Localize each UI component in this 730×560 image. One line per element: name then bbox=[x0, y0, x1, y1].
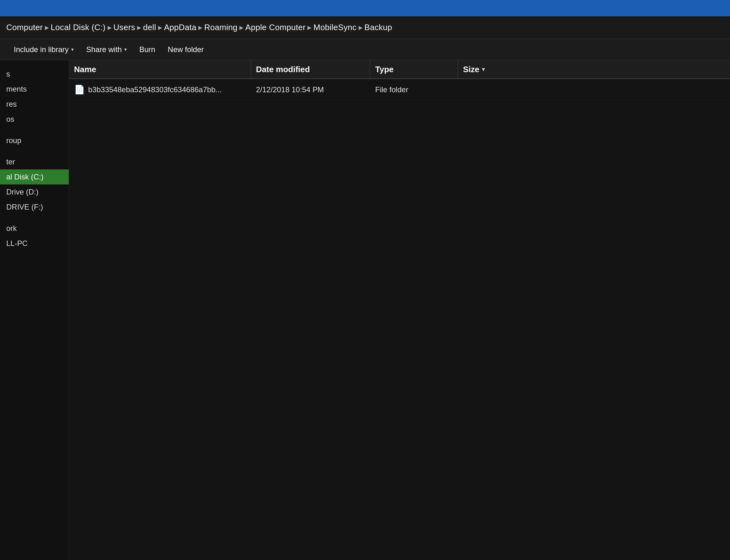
folder-icon: 📄 bbox=[74, 84, 85, 95]
file-name-cell: 📄 b3b33548eba52948303fc634686a7bb... bbox=[69, 84, 251, 95]
burn-label: Burn bbox=[139, 45, 155, 54]
address-segment-5[interactable]: Roaming bbox=[204, 23, 237, 32]
sidebar-item-local-disk-c[interactable]: al Disk (C:) bbox=[0, 169, 69, 184]
address-segment-6[interactable]: Apple Computer bbox=[245, 23, 306, 32]
column-size-header[interactable]: Size ▾ bbox=[458, 60, 730, 78]
address-segment-3[interactable]: dell bbox=[143, 23, 156, 32]
sidebar-item-s[interactable]: s bbox=[0, 67, 69, 82]
address-bar: Computer ▸ Local Disk (C:) ▸ Users ▸ del… bbox=[0, 16, 730, 39]
burn-button[interactable]: Burn bbox=[133, 43, 162, 56]
file-type-cell: File folder bbox=[370, 85, 458, 94]
share-with-button[interactable]: Share with ▾ bbox=[80, 43, 133, 56]
column-name-header[interactable]: Name bbox=[69, 60, 251, 78]
address-segment-4[interactable]: AppData bbox=[164, 23, 196, 32]
address-segment-7[interactable]: MobileSync bbox=[313, 23, 356, 32]
share-with-label: Share with bbox=[86, 45, 122, 54]
include-in-library-arrow: ▾ bbox=[71, 46, 74, 52]
new-folder-label: New folder bbox=[168, 45, 204, 54]
file-date-cell: 2/12/2018 10:54 PM bbox=[251, 85, 370, 94]
sort-arrow-icon: ▾ bbox=[482, 66, 485, 73]
column-headers: Name Date modified Type Size ▾ bbox=[69, 60, 730, 79]
toolbar: Include in library ▾ Share with ▾ Burn N… bbox=[0, 39, 730, 60]
address-segment-0[interactable]: Computer bbox=[6, 23, 43, 32]
sidebar-item-os[interactable]: os bbox=[0, 112, 69, 127]
column-type-header[interactable]: Type bbox=[370, 60, 458, 78]
sidebar-item-ll-pc[interactable]: LL-PC bbox=[0, 236, 69, 251]
sidebar-item-drive-f[interactable]: DRIVE (F:) bbox=[0, 200, 69, 215]
table-row[interactable]: 📄 b3b33548eba52948303fc634686a7bb... 2/1… bbox=[69, 79, 730, 100]
sidebar-item-ter[interactable]: ter bbox=[0, 154, 69, 169]
sidebar-item-drive-d[interactable]: Drive (D:) bbox=[0, 184, 69, 200]
sidebar-item-roup[interactable]: roup bbox=[0, 133, 69, 148]
share-with-arrow: ▾ bbox=[124, 46, 127, 52]
column-date-header[interactable]: Date modified bbox=[251, 60, 370, 78]
address-segment-2[interactable]: Users bbox=[114, 23, 135, 32]
address-segment-8[interactable]: Backup bbox=[365, 23, 392, 32]
sidebar-item-res[interactable]: res bbox=[0, 97, 69, 112]
title-bar bbox=[0, 0, 730, 16]
file-area: Name Date modified Type Size ▾ 📄 b3b3354… bbox=[69, 60, 730, 560]
sidebar: s ments res os roup ter al Disk (C:) Dri… bbox=[0, 60, 69, 560]
main-area: s ments res os roup ter al Disk (C:) Dri… bbox=[0, 60, 730, 560]
new-folder-button[interactable]: New folder bbox=[162, 43, 210, 56]
file-name-text: b3b33548eba52948303fc634686a7bb... bbox=[88, 85, 222, 94]
include-in-library-button[interactable]: Include in library ▾ bbox=[8, 43, 80, 56]
sidebar-item-ork[interactable]: ork bbox=[0, 221, 69, 236]
include-in-library-label: Include in library bbox=[14, 45, 69, 54]
address-segment-1[interactable]: Local Disk (C:) bbox=[51, 23, 106, 32]
sidebar-item-ments[interactable]: ments bbox=[0, 82, 69, 97]
